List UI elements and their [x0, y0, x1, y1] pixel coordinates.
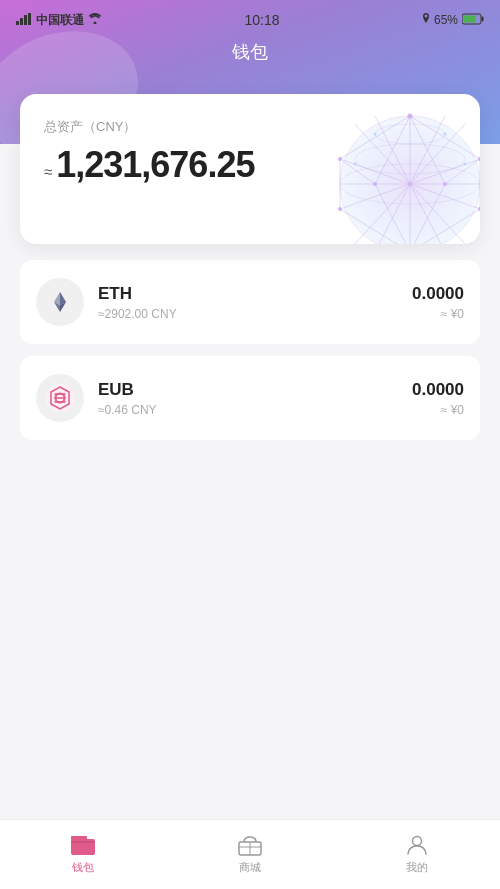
asset-amount: 1,231,676.25 [56, 144, 254, 186]
svg-point-34 [338, 207, 342, 211]
status-right: 65% [422, 13, 484, 28]
nav-label-wallet: 钱包 [72, 860, 94, 875]
coin-balance-eth: 0.0000 ≈ ¥0 [412, 284, 464, 321]
svg-rect-1 [20, 18, 23, 25]
eth-price: ≈2902.00 CNY [98, 307, 412, 321]
svg-rect-6 [463, 15, 475, 22]
eub-amount: 0.0000 [412, 380, 464, 400]
status-bar: 中国联通 10:18 65% [0, 0, 500, 36]
profile-icon [404, 834, 430, 856]
eub-price: ≈0.46 CNY [98, 403, 412, 417]
eth-cny: ≈ ¥0 [412, 307, 464, 321]
svg-rect-0 [16, 21, 19, 25]
bottom-nav: 钱包 商城 我的 [0, 819, 500, 889]
nav-label-profile: 我的 [406, 860, 428, 875]
asset-approx-symbol: ≈ [44, 163, 52, 180]
coin-info-eub: EUB ≈0.46 CNY [98, 380, 412, 417]
coin-item-eth[interactable]: ETH ≈2902.00 CNY 0.0000 ≈ ¥0 [20, 260, 480, 344]
svg-rect-3 [28, 13, 31, 25]
nav-item-wallet[interactable]: 钱包 [0, 834, 167, 875]
eub-icon-container [36, 374, 84, 422]
svg-point-37 [373, 182, 377, 186]
svg-point-41 [444, 133, 447, 136]
eub-cny: ≈ ¥0 [412, 403, 464, 417]
eth-name: ETH [98, 284, 412, 304]
svg-point-32 [338, 157, 342, 161]
svg-rect-53 [71, 836, 87, 840]
shop-icon [237, 834, 263, 856]
signal-icon [16, 13, 32, 28]
dome-decoration [320, 104, 480, 244]
wallet-icon [70, 834, 96, 856]
svg-point-57 [412, 837, 421, 846]
eth-amount: 0.0000 [412, 284, 464, 304]
coin-list: ETH ≈2902.00 CNY 0.0000 ≈ ¥0 EUB ≈0.46 C… [0, 260, 500, 440]
battery-icon [462, 13, 484, 28]
svg-rect-2 [24, 15, 27, 25]
location-icon [422, 13, 430, 28]
svg-point-38 [443, 182, 447, 186]
svg-point-42 [354, 163, 357, 166]
svg-rect-52 [86, 845, 93, 850]
svg-point-31 [408, 114, 413, 119]
coin-balance-eub: 0.0000 ≈ ¥0 [412, 380, 464, 417]
nav-label-shop: 商城 [239, 860, 261, 875]
coin-item-eub[interactable]: EUB ≈0.46 CNY 0.0000 ≈ ¥0 [20, 356, 480, 440]
svg-point-40 [374, 133, 377, 136]
nav-item-shop[interactable]: 商城 [167, 834, 334, 875]
svg-rect-5 [481, 16, 483, 21]
wifi-icon [88, 13, 102, 27]
coin-info-eth: ETH ≈2902.00 CNY [98, 284, 412, 321]
carrier-text: 中国联通 [36, 12, 84, 29]
eth-icon [36, 278, 84, 326]
eub-name: EUB [98, 380, 412, 400]
asset-card: 总资产（CNY） ≈ 1,231,676.25 [20, 94, 480, 244]
battery-text: 65% [434, 13, 458, 27]
svg-point-39 [408, 182, 412, 186]
nav-item-profile[interactable]: 我的 [333, 834, 500, 875]
status-left: 中国联通 [16, 12, 102, 29]
status-time: 10:18 [244, 12, 279, 28]
svg-point-43 [464, 163, 467, 166]
